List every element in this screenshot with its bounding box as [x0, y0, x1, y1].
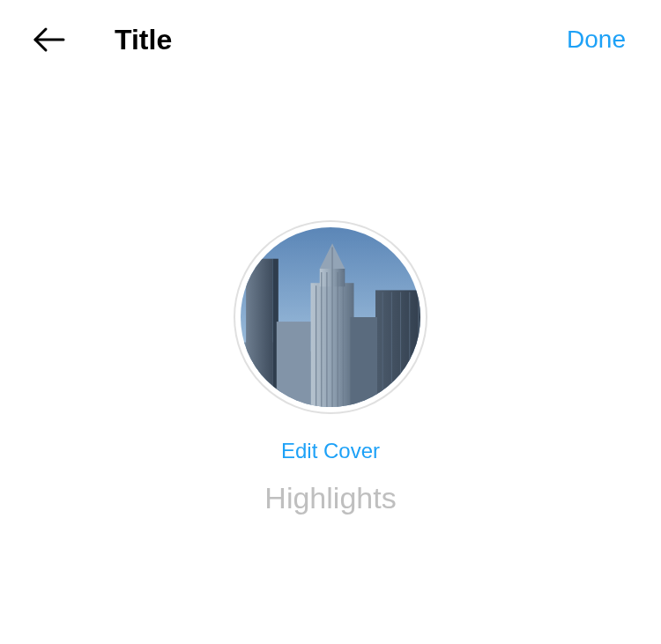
- back-arrow-icon: [30, 21, 67, 58]
- svg-rect-23: [350, 317, 377, 407]
- done-button[interactable]: Done: [567, 26, 635, 54]
- svg-rect-5: [246, 259, 273, 407]
- page-title: Title: [115, 24, 172, 56]
- svg-rect-24: [277, 322, 311, 407]
- cover-image: [241, 227, 420, 407]
- highlight-title-input[interactable]: [154, 481, 507, 515]
- back-button[interactable]: [26, 18, 71, 62]
- main-content: Edit Cover: [0, 79, 661, 515]
- city-skyscrapers-icon: [241, 227, 420, 407]
- edit-cover-button[interactable]: Edit Cover: [281, 439, 380, 463]
- header: Title Done: [0, 0, 661, 79]
- cover-image-control[interactable]: [234, 220, 427, 414]
